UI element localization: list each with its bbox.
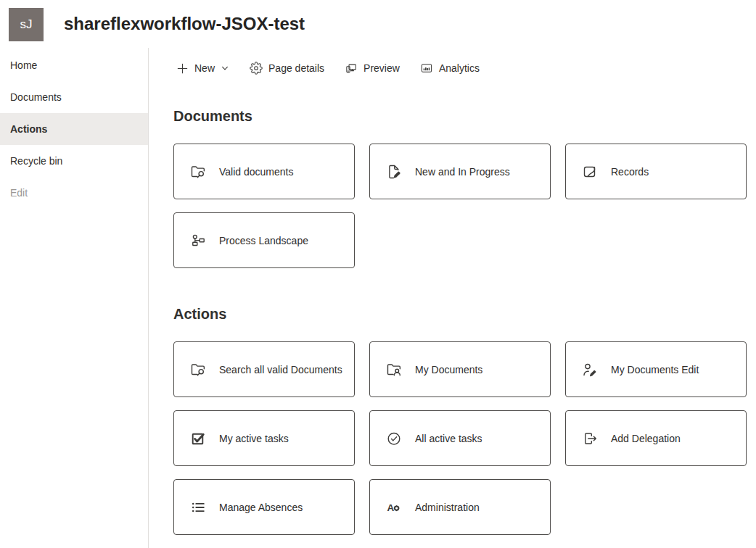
documents-section-title: Documents (173, 108, 756, 125)
folder-search-icon (189, 361, 207, 378)
tile-label: Manage Absences (219, 502, 303, 513)
tile-label: My Documents Edit (611, 364, 699, 375)
sidebar-nav: Home Documents Actions Recycle bin Edit (0, 48, 149, 548)
tile-all-active-tasks[interactable]: All active tasks (369, 410, 551, 466)
new-button[interactable]: New (176, 62, 229, 75)
tile-label: My Documents (415, 364, 482, 375)
chevron-down-icon (221, 64, 229, 72)
documents-tiles: Valid documents New and In Progress Reco… (173, 144, 756, 268)
tile-label: Add Delegation (611, 433, 681, 444)
folder-person-icon (385, 361, 403, 378)
page-details-button[interactable]: Page details (250, 62, 324, 75)
gear-icon (250, 62, 263, 75)
tile-my-active-tasks[interactable]: My active tasks (173, 410, 355, 466)
sidebar-item-documents[interactable]: Documents (0, 81, 148, 113)
tile-label: Valid documents (219, 166, 293, 178)
sidebar-item-home[interactable]: Home (0, 49, 148, 81)
tile-label: New and In Progress (415, 166, 510, 178)
tile-my-documents[interactable]: My Documents (369, 341, 551, 397)
new-button-label: New (194, 62, 215, 74)
tile-label: My active tasks (219, 433, 289, 444)
analytics-button[interactable]: Analytics (420, 62, 480, 75)
document-edit-icon (385, 163, 403, 180)
tile-process-landscape[interactable]: Process Landscape (173, 212, 355, 268)
tile-add-delegation[interactable]: Add Delegation (565, 410, 747, 466)
tile-administration[interactable]: A Administration (369, 479, 551, 535)
actions-tiles: Search all valid Documents My Documents … (173, 341, 756, 535)
person-edit-icon (581, 361, 599, 378)
preview-devices-icon (345, 62, 358, 75)
svg-text:A: A (387, 502, 395, 513)
tile-my-documents-edit[interactable]: My Documents Edit (565, 341, 747, 397)
sidebar-item-recycle-bin[interactable]: Recycle bin (0, 145, 148, 177)
admin-gear-icon: A (385, 499, 403, 516)
checkbox-checked-icon (189, 430, 207, 447)
delegation-arrow-icon (581, 430, 599, 447)
records-icon (581, 163, 599, 180)
flowchart-icon (189, 232, 207, 249)
circle-check-icon (385, 430, 403, 447)
command-bar: New Page details Preview Analytics (176, 57, 756, 79)
page-details-label: Page details (268, 62, 324, 74)
site-header: sJ shareflexworkflow-JSOX-test (0, 0, 756, 48)
preview-label: Preview (363, 62, 400, 74)
site-logo[interactable]: sJ (9, 8, 44, 41)
tile-label: All active tasks (415, 433, 482, 444)
tile-label: Records (611, 166, 649, 178)
tile-label: Process Landscape (219, 235, 308, 246)
bullet-list-icon (189, 499, 207, 516)
actions-section-title: Actions (173, 306, 756, 323)
tile-manage-absences[interactable]: Manage Absences (173, 479, 355, 535)
preview-button[interactable]: Preview (345, 62, 400, 75)
site-page: sJ shareflexworkflow-JSOX-test Home Docu… (0, 0, 756, 548)
tile-label: Administration (415, 502, 480, 513)
analytics-label: Analytics (439, 62, 480, 74)
sidebar-item-actions[interactable]: Actions (0, 113, 148, 145)
tile-label: Search all valid Documents (219, 364, 342, 375)
sidebar-item-edit[interactable]: Edit (0, 177, 148, 209)
tile-new-and-in-progress[interactable]: New and In Progress (369, 144, 551, 199)
tile-search-all-valid-documents[interactable]: Search all valid Documents (173, 341, 355, 397)
analytics-chart-icon (420, 62, 433, 75)
site-title: shareflexworkflow-JSOX-test (64, 14, 305, 34)
plus-icon (176, 62, 189, 75)
tile-records[interactable]: Records (565, 144, 747, 199)
tile-valid-documents[interactable]: Valid documents (173, 144, 355, 199)
site-logo-text: sJ (20, 17, 33, 32)
folder-search-icon (189, 163, 207, 180)
main-content: New Page details Preview Analytics Docum… (149, 48, 756, 548)
